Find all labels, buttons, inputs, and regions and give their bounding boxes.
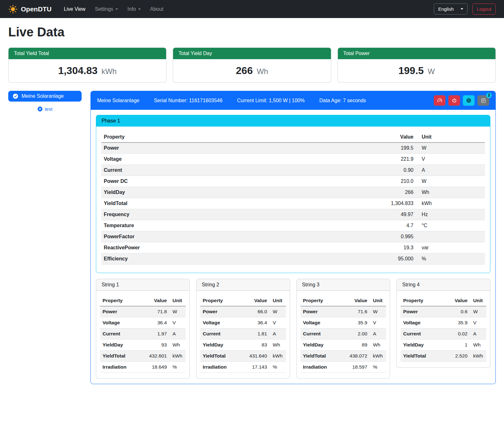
value-cell: 17.143 (244, 362, 270, 373)
string-card-title: String 4 (397, 279, 490, 291)
column-header-unit: Unit (270, 295, 286, 306)
unit-cell: A (370, 328, 386, 340)
property-cell: YieldDay (200, 340, 244, 351)
property-cell: Current (101, 165, 377, 176)
inverter-select-button[interactable]: Meine Solaranlage (8, 91, 82, 102)
test-row: test (8, 106, 82, 112)
unit-cell: % (169, 362, 185, 373)
page-content: Live Data Total Yield Total 1,304.83 kWh… (0, 18, 504, 392)
unit-cell: °C (416, 220, 485, 231)
data-age: Data Age: 7 seconds (319, 98, 366, 103)
summary-card: Total Power 199.5 W (338, 47, 496, 83)
x-circle-icon[interactable] (37, 106, 43, 112)
value-cell: 36.4 (144, 317, 169, 328)
string-table-head: Property Value Unit (100, 295, 186, 306)
serial-number: Serial Number: 116171603546 (154, 98, 222, 103)
unit-cell (416, 231, 485, 242)
summary-card-title: Total Yield Day (173, 48, 331, 59)
nav-info-label: Info (128, 6, 136, 12)
string-card-title: String 3 (297, 279, 390, 291)
value-cell: 71.8 (144, 306, 169, 317)
property-cell: YieldDay (301, 340, 344, 351)
value-cell: 0.90 (377, 165, 416, 176)
gauge-icon (437, 98, 443, 103)
nav-info-dropdown[interactable]: Info (123, 4, 145, 15)
nav-live-view-label: Live View (64, 6, 85, 12)
value-cell: 95.000 (377, 253, 416, 265)
unit-cell: A (416, 165, 485, 176)
value-cell: 2.520 (444, 351, 470, 362)
summary-card-body: 1,304.83 kWh (9, 59, 166, 82)
value-cell: 89 (344, 340, 370, 351)
brand-link[interactable]: OpenDTU (8, 4, 52, 14)
table-row: YieldDay83Wh (200, 340, 286, 351)
limit-settings-button[interactable] (434, 95, 445, 106)
inverter-card: Meine Solaranlage Serial Number: 1161716… (90, 91, 496, 384)
navbar-right: English Logout (434, 3, 496, 15)
table-row: ReactivePower19.3var (101, 242, 485, 253)
table-row: PowerFactor0.995 (101, 231, 485, 242)
property-cell: Power (100, 306, 144, 317)
property-cell: Power (301, 306, 344, 317)
page-title: Live Data (8, 25, 496, 39)
property-cell: Voltage (101, 154, 377, 165)
content-row: Meine Solaranlage test Meine Solaranlage… (8, 91, 496, 384)
table-row: Current0.02A (401, 328, 486, 340)
nav-settings-dropdown[interactable]: Settings (91, 4, 122, 15)
value-cell: 432.601 (144, 351, 169, 362)
summary-value: 266 (236, 65, 253, 76)
property-cell: PowerFactor (101, 231, 377, 242)
column-header-property: Property (100, 295, 144, 306)
string-table: Property Value Unit Power71.6WVoltage35.… (301, 295, 386, 373)
summary-card-body: 199.5 W (338, 59, 495, 82)
nav-about[interactable]: About (146, 4, 168, 15)
value-cell: 1,304.833 (377, 198, 416, 209)
unit-cell: V (416, 154, 485, 165)
event-log-button[interactable]: 2 (477, 95, 489, 106)
unit-cell: Hz (416, 209, 485, 220)
table-row: YieldTotal2.520kWh (401, 351, 486, 362)
table-row: Current1.81A (200, 328, 286, 340)
value-cell: 210.0 (377, 176, 416, 187)
unit-cell: Wh (169, 340, 185, 351)
property-cell: Current (301, 328, 344, 340)
value-cell: 66.0 (244, 306, 270, 317)
nav-live-view[interactable]: Live View (60, 4, 90, 15)
property-cell: Temperature (101, 220, 377, 231)
logout-button[interactable]: Logout (472, 3, 496, 15)
property-cell: Power (401, 306, 444, 317)
table-row: Power DC210.0W (101, 176, 485, 187)
inverter-name: Meine Solaranlage (97, 98, 139, 103)
property-cell: YieldDay (401, 340, 444, 351)
property-cell: ReactivePower (101, 242, 377, 253)
value-cell: 266 (377, 187, 416, 198)
column-header-unit: Unit (169, 295, 185, 306)
journal-icon (481, 98, 486, 103)
table-row: Irradiation17.143% (200, 362, 286, 373)
device-info-button[interactable] (463, 95, 475, 106)
current-limit: Current Limit: 1,500 W | 100% (237, 98, 305, 103)
unit-cell: kWh (169, 351, 185, 362)
table-row: YieldDay266Wh (101, 187, 485, 198)
column-header-value: Value (344, 295, 370, 306)
table-row: Frequency49.97Hz (101, 209, 485, 220)
table-row: Voltage221.9V (101, 154, 485, 165)
summary-card: Total Yield Day 266 Wh (173, 47, 331, 83)
property-cell: YieldTotal (301, 351, 344, 362)
test-link[interactable]: test (45, 106, 52, 112)
property-cell: Power (101, 143, 377, 154)
summary-card: Total Yield Total 1,304.83 kWh (8, 47, 166, 83)
language-select[interactable]: English (434, 3, 468, 15)
check-circle-icon (13, 93, 18, 99)
table-row: YieldDay89Wh (301, 340, 386, 351)
unit-cell: Wh (370, 340, 386, 351)
table-row: YieldTotal1,304.833kWh (101, 198, 485, 209)
string-card-body: Property Value Unit Power71.6WVoltage35.… (297, 291, 390, 378)
unit-cell: Wh (416, 187, 485, 198)
property-cell: YieldDay (100, 340, 144, 351)
summary-card-body: 266 Wh (173, 59, 331, 82)
phase-card-body: Property Value Unit Power199.5WVoltage22… (96, 127, 490, 273)
property-cell: YieldTotal (101, 198, 377, 209)
power-button[interactable] (448, 95, 460, 106)
column-header-value: Value (444, 295, 470, 306)
